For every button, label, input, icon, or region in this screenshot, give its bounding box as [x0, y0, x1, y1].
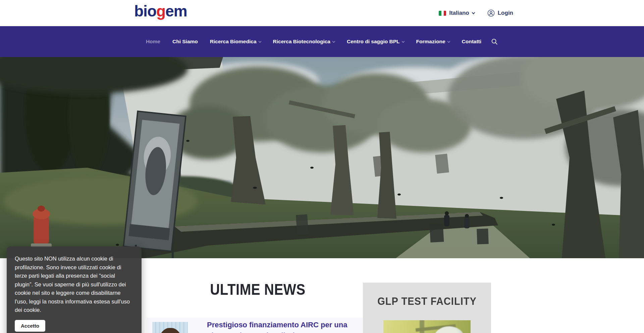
chevron-down-icon — [401, 40, 404, 42]
login-button[interactable]: Login — [487, 9, 513, 17]
chevron-down-icon — [332, 40, 335, 42]
glp-heading: GLP TEST FACILITY — [365, 295, 489, 307]
chevron-down-icon — [258, 40, 261, 42]
logo-text-g: g — [156, 2, 165, 20]
hero-video-image[interactable] — [0, 57, 644, 258]
nav-item-formazione[interactable]: Formazione — [416, 39, 450, 45]
search-button[interactable] — [491, 38, 498, 45]
campus-photo-illustration — [0, 57, 644, 258]
nav-list: Home Chi Siamo Ricerca Biomedica Ricerca… — [146, 39, 481, 45]
chevron-down-icon — [447, 40, 450, 42]
nav-item-centro-di-saggio-bpl[interactable]: Centro di saggio BPL — [347, 39, 404, 45]
thumbnail-person — [156, 328, 184, 333]
cookie-consent-banner: Questo sito NON utilizza alcun cookie di… — [7, 246, 142, 333]
nav-item-chi-siamo[interactable]: Chi Siamo — [172, 39, 198, 45]
user-icon — [487, 9, 495, 17]
nav-item-home[interactable]: Home — [146, 39, 160, 45]
language-label: Italiano — [449, 10, 469, 16]
nav-item-ricerca-biotecnologica[interactable]: Ricerca Biotecnologica — [273, 39, 335, 45]
glp-facility-image — [383, 320, 471, 333]
biogem-logo[interactable]: biogem — [134, 3, 187, 19]
language-selector[interactable]: Italiano — [439, 10, 475, 16]
italian-flag-icon — [439, 11, 446, 16]
news-item-title[interactable]: Prestigioso finanziamento AIRC per una g… — [207, 320, 355, 333]
accept-cookies-button[interactable]: Accetto — [15, 320, 45, 332]
news-list-item[interactable]: Prestigioso finanziamento AIRC per una g… — [147, 318, 369, 333]
login-label: Login — [498, 10, 513, 16]
site-header: biogem Italiano Login — [0, 0, 644, 26]
chevron-down-icon — [472, 11, 475, 14]
nav-item-contatti[interactable]: Contatti — [462, 39, 482, 45]
news-thumbnail-image — [152, 322, 188, 333]
ultime-news-heading: ULTIME NEWS — [151, 281, 364, 298]
cookie-message: Questo sito NON utilizza alcun cookie di… — [15, 255, 133, 315]
logo-text-bio: bio — [134, 2, 156, 20]
header-actions: Italiano Login — [439, 0, 513, 26]
search-icon — [491, 38, 498, 45]
glp-test-facility-panel[interactable]: GLP TEST FACILITY — [363, 283, 491, 333]
logo-text-em: em — [165, 2, 187, 20]
nav-item-ricerca-biomedica[interactable]: Ricerca Biomedica — [210, 39, 261, 45]
main-navigation: Home Chi Siamo Ricerca Biomedica Ricerca… — [0, 26, 644, 57]
